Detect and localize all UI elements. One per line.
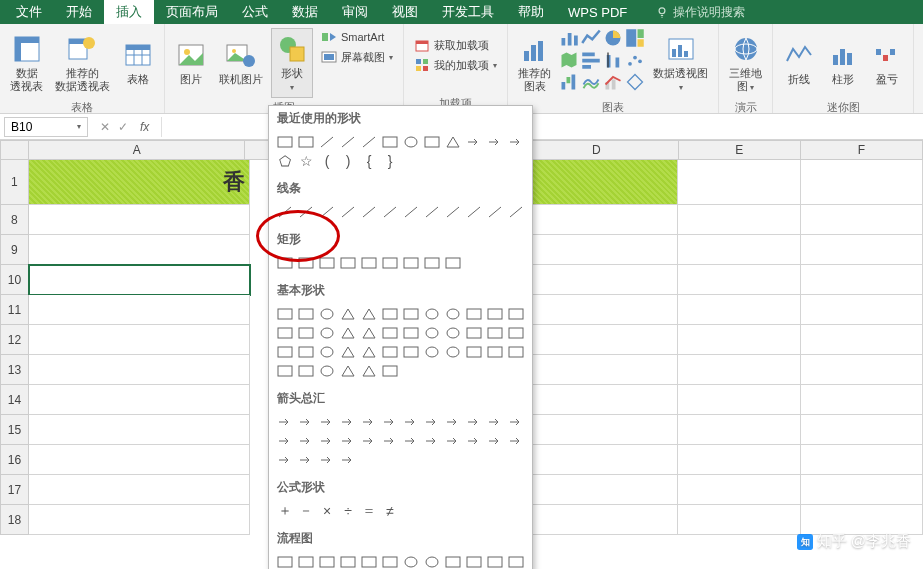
recommended-pivot-button[interactable]: 推荐的 数据透视表 bbox=[51, 28, 114, 98]
shape-item[interactable] bbox=[422, 413, 442, 431]
cell-E11[interactable] bbox=[678, 295, 800, 325]
cell-D11[interactable] bbox=[515, 295, 679, 325]
shape-item[interactable] bbox=[359, 324, 379, 342]
shape-item[interactable] bbox=[506, 553, 526, 569]
tab-insert[interactable]: 插入 bbox=[104, 0, 154, 24]
tell-me-search[interactable]: 操作说明搜索 bbox=[655, 4, 745, 21]
table-button[interactable]: 表格 bbox=[118, 28, 158, 98]
shape-item[interactable] bbox=[401, 432, 421, 450]
shape-item[interactable] bbox=[443, 413, 463, 431]
shape-item[interactable] bbox=[317, 553, 337, 569]
cell-F18[interactable] bbox=[801, 505, 923, 535]
cell-A9[interactable] bbox=[29, 235, 250, 265]
row-header-9[interactable]: 9 bbox=[0, 235, 29, 265]
tab-formula[interactable]: 公式 bbox=[230, 0, 280, 24]
shape-item[interactable] bbox=[464, 133, 484, 151]
cell-D16[interactable] bbox=[515, 445, 679, 475]
cell-F10[interactable] bbox=[801, 265, 923, 295]
shape-item[interactable] bbox=[275, 553, 295, 569]
tab-file[interactable]: 文件 bbox=[4, 0, 54, 24]
cell-F9[interactable] bbox=[801, 235, 923, 265]
shape-item[interactable] bbox=[296, 432, 316, 450]
cell-D14[interactable] bbox=[515, 385, 679, 415]
row-header-12[interactable]: 12 bbox=[0, 325, 29, 355]
get-addins-button[interactable]: 获取加载项 bbox=[410, 36, 501, 54]
shape-item[interactable] bbox=[401, 203, 421, 221]
shape-item[interactable] bbox=[443, 133, 463, 151]
shape-item[interactable]: ( bbox=[317, 152, 337, 170]
shape-item[interactable] bbox=[506, 432, 526, 450]
shape-item[interactable] bbox=[338, 203, 358, 221]
tab-wpspdf[interactable]: WPS PDF bbox=[556, 0, 639, 24]
name-box[interactable]: B10 ▾ bbox=[4, 117, 88, 137]
shape-item[interactable] bbox=[380, 413, 400, 431]
shape-item[interactable] bbox=[338, 254, 358, 272]
shape-item[interactable] bbox=[380, 203, 400, 221]
row-header-8[interactable]: 8 bbox=[0, 205, 29, 235]
cell-D18[interactable] bbox=[515, 505, 679, 535]
cell-A8[interactable] bbox=[29, 205, 250, 235]
shape-item[interactable]: ＝ bbox=[359, 502, 379, 520]
shape-item[interactable] bbox=[401, 133, 421, 151]
cell-D10[interactable] bbox=[515, 265, 679, 295]
shape-item[interactable]: ≠ bbox=[380, 502, 400, 520]
cell-A13[interactable] bbox=[29, 355, 250, 385]
cell-E8[interactable] bbox=[678, 205, 800, 235]
shape-item[interactable] bbox=[506, 413, 526, 431]
col-header-F[interactable]: F bbox=[801, 140, 923, 160]
row-header-14[interactable]: 14 bbox=[0, 385, 29, 415]
cell-F14[interactable] bbox=[801, 385, 923, 415]
shape-item[interactable] bbox=[338, 432, 358, 450]
cell-A14[interactable] bbox=[29, 385, 250, 415]
chart-treemap-button[interactable] bbox=[625, 28, 645, 48]
cell-F11[interactable] bbox=[801, 295, 923, 325]
shape-item[interactable] bbox=[275, 305, 295, 323]
row-header-18[interactable]: 18 bbox=[0, 505, 29, 535]
tab-data[interactable]: 数据 bbox=[280, 0, 330, 24]
shape-item[interactable] bbox=[338, 362, 358, 380]
shape-item[interactable] bbox=[359, 432, 379, 450]
shape-item[interactable] bbox=[317, 305, 337, 323]
shape-item[interactable] bbox=[380, 553, 400, 569]
shape-item[interactable] bbox=[464, 324, 484, 342]
shape-item[interactable] bbox=[317, 254, 337, 272]
shape-item[interactable] bbox=[338, 553, 358, 569]
shape-item[interactable] bbox=[464, 432, 484, 450]
shape-item[interactable]: { bbox=[359, 152, 379, 170]
shape-item[interactable] bbox=[485, 432, 505, 450]
shape-item[interactable] bbox=[485, 343, 505, 361]
cell-A1-merged[interactable]: 香 bbox=[29, 160, 250, 205]
shape-item[interactable] bbox=[401, 254, 421, 272]
shape-item[interactable] bbox=[485, 133, 505, 151]
shape-item[interactable] bbox=[338, 133, 358, 151]
tab-help[interactable]: 帮助 bbox=[506, 0, 556, 24]
shape-item[interactable] bbox=[296, 451, 316, 469]
cancel-formula-button[interactable]: ✕ bbox=[100, 120, 110, 134]
shapes-button[interactable]: 形状▾ bbox=[271, 28, 313, 98]
shape-item[interactable] bbox=[275, 432, 295, 450]
cell-A11[interactable] bbox=[29, 295, 250, 325]
cell-E13[interactable] bbox=[678, 355, 800, 385]
shape-item[interactable] bbox=[443, 324, 463, 342]
cell-A18[interactable] bbox=[29, 505, 250, 535]
shape-item[interactable] bbox=[422, 305, 442, 323]
shape-item[interactable] bbox=[317, 413, 337, 431]
tab-dev[interactable]: 开发工具 bbox=[430, 0, 506, 24]
chart-column-button[interactable] bbox=[559, 28, 579, 48]
shape-item[interactable] bbox=[443, 432, 463, 450]
shape-item[interactable]: × bbox=[317, 502, 337, 520]
shape-item[interactable] bbox=[359, 553, 379, 569]
cell-D17[interactable] bbox=[515, 475, 679, 505]
shape-item[interactable] bbox=[380, 324, 400, 342]
cell-D1-merged[interactable] bbox=[515, 160, 679, 205]
shape-item[interactable] bbox=[422, 133, 442, 151]
shape-item[interactable] bbox=[275, 413, 295, 431]
shape-item[interactable] bbox=[359, 133, 379, 151]
shape-item[interactable] bbox=[359, 362, 379, 380]
tab-review[interactable]: 审阅 bbox=[330, 0, 380, 24]
shape-item[interactable] bbox=[275, 254, 295, 272]
shape-item[interactable] bbox=[317, 343, 337, 361]
col-header-A[interactable]: A bbox=[29, 140, 246, 160]
shape-item[interactable] bbox=[275, 343, 295, 361]
shape-item[interactable] bbox=[464, 413, 484, 431]
